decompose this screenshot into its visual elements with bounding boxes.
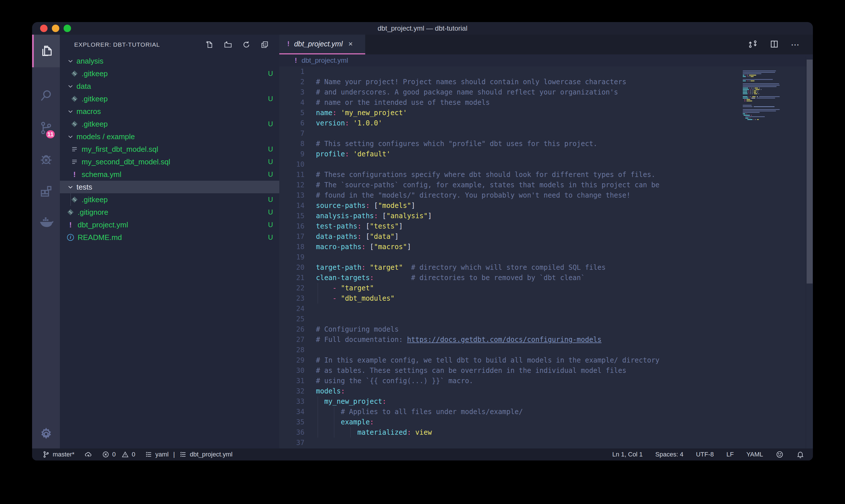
more-actions-icon[interactable]: ⋯	[791, 39, 800, 50]
code-editor[interactable]: 12# Name your project! Project names sho…	[279, 67, 813, 448]
minimap[interactable]	[743, 69, 796, 122]
code-line[interactable]: 1	[279, 67, 813, 77]
encoding-status[interactable]: UTF-8	[696, 451, 714, 458]
code-line[interactable]: 28	[279, 345, 813, 355]
code-line[interactable]: 14source-paths: ["models"]	[279, 200, 813, 211]
notifications-bell-icon[interactable]	[796, 450, 804, 458]
code-token: # These configurations specify where dbt…	[316, 171, 655, 179]
tree-file-readme-md[interactable]: iREADME.mdU	[60, 231, 279, 244]
code-line[interactable]: 19	[279, 252, 813, 262]
code-token	[349, 119, 353, 127]
breadcrumb-file[interactable]: dbt_project.yml	[302, 56, 348, 65]
minimize-window-button[interactable]	[52, 25, 59, 32]
code-line[interactable]: 34 # Applies to all files under models/e…	[279, 407, 813, 417]
tree-folder-tests[interactable]: tests	[60, 181, 279, 193]
tree-file-dbt-project-yml[interactable]: !dbt_project.ymlU	[60, 218, 279, 231]
zoom-window-button[interactable]	[64, 25, 71, 32]
code-line[interactable]: 13# found in the "models/" directory. Yo…	[279, 190, 813, 200]
code-line[interactable]: 31# using the `{{ config(...) }}` macro.	[279, 376, 813, 386]
problems-status[interactable]: 0 0	[102, 451, 136, 458]
branch-status[interactable]: master*	[42, 451, 74, 458]
code-line[interactable]: 12# The `source-paths` config, for examp…	[279, 180, 813, 190]
code-token: view	[415, 428, 432, 436]
doc-link[interactable]: https://docs.getdbt.com/docs/configuring…	[407, 336, 601, 344]
indent-guide	[318, 427, 318, 437]
scrollbar-thumb[interactable]	[807, 59, 813, 284]
code-line[interactable]: 29# In this example config, we tell dbt …	[279, 355, 813, 365]
tree-folder-macros[interactable]: macros	[60, 105, 279, 118]
indentation-status[interactable]: Spaces: 4	[655, 451, 683, 458]
tree-item-label: .gitkeep	[82, 94, 108, 103]
code-line[interactable]: 4# name or the intended use of these mod…	[279, 97, 813, 108]
tab-close-icon[interactable]: ×	[348, 39, 353, 48]
code-line[interactable]: 26# Configuring models	[279, 324, 813, 335]
activity-search[interactable]	[32, 80, 60, 111]
outline-status[interactable]: yaml | dbt_project.yml	[145, 451, 232, 458]
code-line[interactable]: 25	[279, 314, 813, 324]
code-line[interactable]: 27# Full documentation: https://docs.get…	[279, 335, 813, 345]
code-line[interactable]: 30# as tables. These settings can be ove…	[279, 365, 813, 376]
activity-debug[interactable]	[32, 144, 60, 175]
line-number: 33	[279, 396, 305, 407]
indent-guide	[70, 193, 71, 206]
tab-dbt-project-yml[interactable]: ! dbt_project.yml ×	[279, 35, 365, 54]
sync-status[interactable]	[84, 450, 92, 458]
code-line[interactable]: 37	[279, 437, 813, 448]
tree-folder-analysis[interactable]: analysis	[60, 55, 279, 67]
tree-file--gitkeep[interactable]: .gitkeepU	[60, 92, 279, 105]
activity-source-control[interactable]: 11	[32, 112, 60, 144]
tree-folder-models-example[interactable]: models / example	[60, 130, 279, 143]
code-line[interactable]: 23 - "dbt_modules"	[279, 293, 813, 304]
new-folder-button[interactable]	[224, 40, 232, 49]
code-line[interactable]: 18macro-paths: ["macros"]	[279, 242, 813, 252]
code-line[interactable]: 17data-paths: ["data"]	[279, 231, 813, 242]
line-number: 27	[279, 335, 305, 345]
collapse-all-button[interactable]	[260, 40, 269, 49]
close-window-button[interactable]	[40, 25, 48, 32]
code-token: :	[361, 264, 365, 271]
code-line[interactable]: 24	[279, 304, 813, 314]
code-line[interactable]: 6version: '1.0.0'	[279, 118, 813, 128]
code-line[interactable]: 5name: 'my_new_project'	[279, 108, 813, 118]
tree-item-label: my_second_dbt_model.sql	[82, 158, 170, 166]
tree-file-my-second-dbt-model-sql[interactable]: my_second_dbt_model.sqlU	[60, 156, 279, 168]
refresh-button[interactable]	[242, 40, 251, 49]
activity-extensions[interactable]	[32, 175, 60, 207]
code-line[interactable]: 3# and underscores. A good package name …	[279, 87, 813, 97]
code-line[interactable]: 21clean-targets: # directories to be rem…	[279, 273, 813, 283]
language-mode[interactable]: YAML	[747, 451, 763, 458]
activity-explorer[interactable]	[32, 35, 60, 67]
code-line[interactable]: 9profile: 'default'	[279, 149, 813, 159]
tree-file-my-first-dbt-model-sql[interactable]: my_first_dbt_model.sqlU	[60, 143, 279, 156]
tree-folder-data[interactable]: data	[60, 80, 279, 92]
code-line[interactable]: 8# This setting configures which "profil…	[279, 139, 813, 149]
cursor-position[interactable]: Ln 1, Col 1	[612, 451, 643, 458]
tree-file--gitkeep[interactable]: .gitkeepU	[60, 118, 279, 130]
eol-status[interactable]: LF	[726, 451, 734, 458]
tree-file--gitkeep[interactable]: .gitkeepU	[60, 193, 279, 206]
code-line[interactable]: 11# These configurations specify where d…	[279, 169, 813, 180]
code-line[interactable]: 32models:	[279, 386, 813, 396]
new-file-button[interactable]	[205, 40, 214, 49]
activity-settings[interactable]	[32, 418, 60, 450]
code-line[interactable]: 16test-paths: ["tests"]	[279, 221, 813, 231]
code-line[interactable]: 22 - "target"	[279, 283, 813, 293]
code-line[interactable]: 33 my_new_project:	[279, 396, 813, 407]
code-line[interactable]: 7	[279, 128, 813, 139]
activity-docker[interactable]	[32, 207, 60, 238]
code-line[interactable]: 36 materialized: view	[279, 427, 813, 437]
code-line[interactable]: 20target-path: "target" # directory whic…	[279, 262, 813, 273]
breadcrumb[interactable]: ! dbt_project.yml	[279, 54, 813, 67]
code-line[interactable]: 35 example:	[279, 417, 813, 427]
code-line[interactable]: 15analysis-paths: ["analysis"]	[279, 211, 813, 221]
code-line[interactable]: 2# Name your project! Project names shou…	[279, 77, 813, 87]
open-changes-icon[interactable]	[748, 39, 758, 50]
tree-file--gitignore[interactable]: .gitignoreU	[60, 206, 279, 218]
tree-file--gitkeep[interactable]: .gitkeepU	[60, 67, 279, 80]
feedback-smiley-icon[interactable]	[776, 450, 784, 458]
code-line[interactable]: 10	[279, 159, 813, 169]
split-editor-icon[interactable]	[770, 39, 779, 50]
tree-file-schema-yml[interactable]: !schema.ymlU	[60, 168, 279, 181]
code-token	[349, 150, 353, 158]
line-number: 1	[279, 67, 305, 77]
